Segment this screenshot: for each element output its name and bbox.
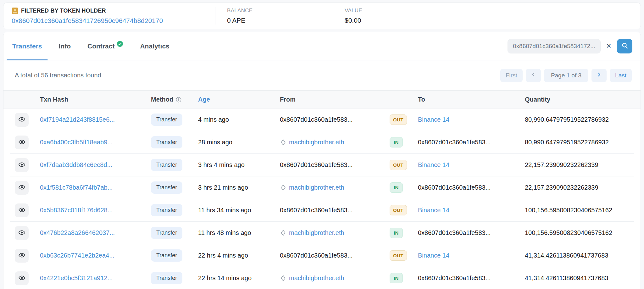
tab-contract[interactable]: Contract [82, 32, 129, 60]
method-badge: Transfer [151, 227, 182, 239]
clear-search-button[interactable]: × [603, 40, 615, 53]
value-label: VALUE [345, 8, 641, 14]
info-icon[interactable] [175, 97, 182, 103]
txn-hash-column-header: Txn Hash [40, 96, 148, 103]
from-text[interactable]: machibigbrother.eth [289, 184, 344, 191]
to-text[interactable]: Binance 14 [418, 161, 449, 168]
transactions-count-text: A total of 56 transactions found [15, 72, 101, 79]
from-text: 0x8607d01c360a1fe583... [280, 252, 353, 259]
previous-page-button[interactable] [526, 69, 541, 82]
from-text[interactable]: machibigbrother.eth [289, 275, 344, 282]
from-column-header: From [277, 96, 387, 103]
quantity-text: 22,157.239090232262339 [525, 184, 598, 191]
table-row: 0xf7194a21d243f8815e6... Transfer 4 mins… [10, 108, 634, 131]
from-cell: 0x8607d01c360a1fe583... [277, 116, 387, 123]
balance-label: BALANCE [227, 8, 338, 14]
eye-icon [18, 252, 25, 260]
txn-hash-link[interactable]: 0xa6b400c3fb5ff18eab9... [40, 139, 113, 146]
search-button[interactable] [617, 39, 632, 53]
tab-transfers[interactable]: Transfers [7, 32, 48, 60]
close-icon: × [606, 41, 611, 51]
quantity-text: 80,990.647979519522786932 [525, 139, 609, 146]
eye-icon [18, 138, 25, 147]
tab-analytics[interactable]: Analytics [134, 32, 175, 60]
token-holder-address-link[interactable]: 0x8607d01c360a1fe58341726950c96474b8d201… [12, 17, 215, 25]
search-input[interactable] [508, 39, 601, 53]
to-text: 0x8607d01c360a1fe583... [418, 229, 491, 236]
age-text: 11 hrs 34 mins ago [198, 207, 251, 214]
from-text[interactable]: machibigbrother.eth [289, 139, 344, 146]
txn-hash-link[interactable]: 0x1f581c78ba6f74fb7ab... [40, 184, 113, 191]
to-text[interactable]: Binance 14 [418, 116, 449, 123]
txn-hash-link[interactable]: 0x4221e0bc5f3121a912... [40, 275, 113, 281]
txn-hash-link[interactable]: 0xf7daab3ddb84c6ec8d... [40, 161, 112, 168]
preview-transaction-button[interactable] [15, 113, 29, 127]
tab-info[interactable]: Info [53, 32, 76, 60]
table-row: 0xf7daab3ddb84c6ec8d... Transfer 3 hrs 4… [10, 154, 634, 176]
method-badge: Transfer [151, 136, 182, 148]
quantity-text: 22,157.239090232262339 [525, 161, 598, 168]
tab-analytics-label: Analytics [140, 42, 169, 50]
to-text[interactable]: Binance 14 [418, 252, 449, 259]
filtered-by-label: FILTERED BY TOKEN HOLDER [21, 8, 106, 14]
table-row: 0x476b22a8a266462037... Transfer 11 hrs … [10, 222, 634, 244]
tab-transfers-label: Transfers [12, 42, 42, 50]
from-cell: machibigbrother.eth [277, 275, 387, 282]
ens-diamond-icon [280, 275, 286, 281]
last-page-button[interactable]: Last [610, 69, 632, 82]
method-badge: Transfer [151, 181, 182, 194]
preview-transaction-button[interactable] [15, 203, 29, 217]
to-column-header: To [417, 96, 520, 103]
filtered-holder-section: FILTERED BY TOKEN HOLDER 0x8607d01c360a1… [3, 7, 215, 25]
eye-icon [18, 161, 25, 169]
ens-diamond-icon [280, 184, 286, 191]
to-text[interactable]: Binance 14 [418, 207, 449, 214]
to-text: 0x8607d01c360a1fe583... [418, 184, 491, 191]
preview-transaction-button[interactable] [15, 271, 29, 285]
preview-transaction-button[interactable] [15, 158, 29, 172]
first-page-button[interactable]: First [500, 69, 523, 82]
method-badge: Transfer [151, 159, 182, 171]
age-text: 28 mins ago [198, 139, 232, 146]
preview-transaction-button[interactable] [15, 226, 29, 240]
preview-transaction-button[interactable] [15, 181, 29, 195]
age-text: 22 hrs 4 mins ago [198, 252, 248, 259]
age-column-header[interactable]: Age [196, 96, 277, 103]
next-page-button[interactable] [591, 69, 607, 82]
method-badge: Transfer [151, 114, 182, 126]
balance-section: BALANCE 0 APE [215, 7, 338, 25]
table-row: 0xb63c26b7741e2b2ea4... Transfer 22 hrs … [10, 244, 634, 267]
age-text: 22 hrs 14 mins ago [198, 275, 252, 281]
chevron-right-icon [596, 71, 602, 79]
table-row: 0x5b8367c018f176d628... Transfer 11 hrs … [10, 199, 634, 222]
txn-hash-link[interactable]: 0xb63c26b7741e2b2ea4... [40, 252, 114, 259]
from-cell: 0x8607d01c360a1fe583... [277, 207, 387, 214]
to-text: 0x8607d01c360a1fe583... [418, 275, 491, 281]
from-cell: 0x8607d01c360a1fe583... [277, 252, 387, 259]
value-value: $0.00 [345, 17, 641, 24]
from-cell: 0x8607d01c360a1fe583... [277, 161, 387, 169]
direction-badge: IN [390, 137, 403, 147]
txn-hash-link[interactable]: 0xf7194a21d243f8815e6... [40, 116, 115, 123]
from-cell: machibigbrother.eth [277, 229, 387, 236]
direction-badge: OUT [390, 114, 407, 125]
age-text: 11 hrs 48 mins ago [198, 229, 251, 236]
direction-badge: OUT [390, 160, 407, 170]
eye-icon [18, 206, 25, 214]
from-text: 0x8607d01c360a1fe583... [280, 116, 353, 123]
chevron-left-icon [530, 71, 536, 79]
table-row: 0x1f581c78ba6f74fb7ab... Transfer 3 hrs … [10, 176, 634, 199]
tab-info-label: Info [59, 42, 71, 50]
age-text: 4 mins ago [198, 116, 229, 123]
page-indicator: Page 1 of 3 [544, 69, 588, 82]
txn-hash-link[interactable]: 0x476b22a8a266462037... [40, 229, 115, 236]
preview-transaction-button[interactable] [15, 249, 29, 263]
eye-icon [18, 229, 25, 237]
txn-hash-link[interactable]: 0x5b8367c018f176d628... [40, 207, 113, 214]
direction-badge: IN [390, 182, 403, 193]
from-cell: machibigbrother.eth [277, 139, 387, 146]
method-badge: Transfer [151, 272, 182, 284]
method-badge: Transfer [151, 249, 182, 262]
preview-transaction-button[interactable] [15, 136, 29, 149]
from-text[interactable]: machibigbrother.eth [289, 229, 344, 236]
